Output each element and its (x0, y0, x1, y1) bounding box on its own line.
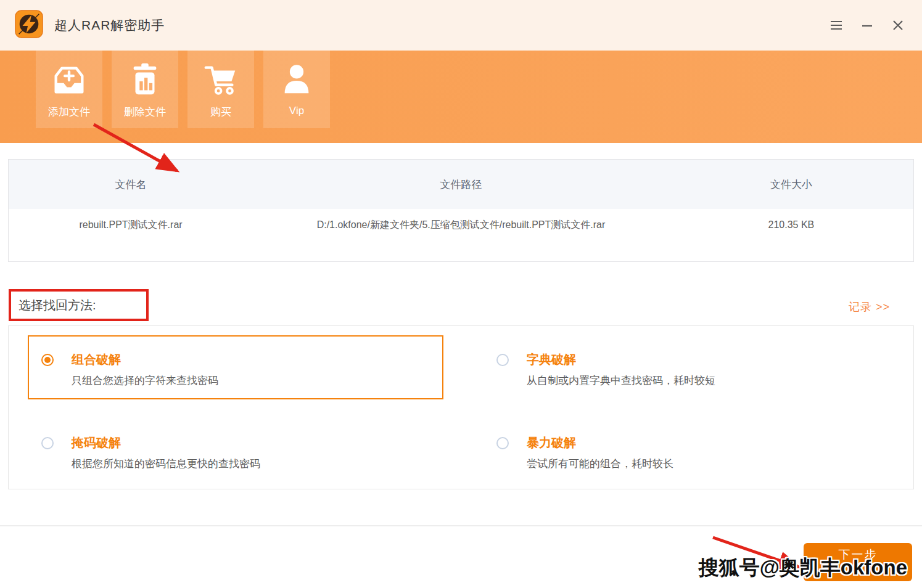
option-description: 根据您所知道的密码信息更快的查找密码 (72, 457, 260, 471)
add-file-label: 添加文件 (48, 105, 90, 119)
radio-unselected-icon[interactable] (496, 354, 509, 366)
toolbar: 添加文件 删除文件 (0, 51, 922, 143)
cell-file-path: D:/1.okfone/新建文件夹/5.压缩包测试文件/rebuilt.PPT测… (253, 219, 669, 232)
vip-label: Vip (289, 105, 304, 117)
cell-file-name: rebuilt.PPT测试文件.rar (9, 219, 253, 232)
option-description: 尝试所有可能的组合，耗时较长 (527, 457, 673, 471)
app-logo-icon (15, 10, 43, 38)
minimize-icon[interactable] (859, 17, 875, 33)
option-title: 暴力破解 (527, 435, 673, 450)
app-window: 超人RAR解密助手 (0, 0, 922, 588)
menu-icon[interactable] (828, 17, 844, 33)
next-step-button[interactable]: 下一步 (804, 543, 912, 581)
option-title: 掩码破解 (72, 435, 260, 450)
close-icon[interactable] (890, 17, 906, 33)
delete-file-label: 删除文件 (124, 105, 166, 119)
option-combination-crack[interactable]: 组合破解 只组合您选择的字符来查找密码 (41, 352, 218, 388)
option-brute-force-crack[interactable]: 暴力破解 尝试所有可能的组合，耗时较长 (496, 435, 673, 471)
arrow-to-next-button (713, 537, 799, 567)
method-options-panel: 组合破解 只组合您选择的字符来查找密码 字典破解 从自制或内置字典中查找密码，耗… (8, 325, 914, 489)
header-file-name: 文件名 (9, 178, 253, 192)
file-table-header: 文件名 文件路径 文件大小 (9, 160, 913, 209)
records-link[interactable]: 记录 >> (849, 300, 890, 314)
footer-divider (0, 525, 922, 526)
option-description: 从自制或内置字典中查找密码，耗时较短 (527, 374, 715, 388)
add-file-button[interactable]: 添加文件 (36, 51, 102, 128)
cell-file-size: 210.35 KB (669, 219, 913, 231)
radio-selected-icon[interactable] (41, 354, 54, 366)
file-table: 文件名 文件路径 文件大小 rebuilt.PPT测试文件.rar D:/1.o… (8, 159, 914, 262)
delete-file-button[interactable]: 删除文件 (112, 51, 178, 128)
delete-file-icon (126, 60, 164, 99)
add-file-icon (50, 60, 88, 99)
cart-icon (202, 60, 240, 99)
option-description: 只组合您选择的字符来查找密码 (72, 374, 218, 388)
method-section-label: 选择找回方法: (19, 297, 96, 314)
option-mask-crack[interactable]: 掩码破解 根据您所知道的密码信息更快的查找密码 (41, 435, 260, 471)
titlebar: 超人RAR解密助手 (0, 0, 922, 51)
buy-label: 购买 (210, 105, 231, 119)
app-title: 超人RAR解密助手 (54, 0, 165, 51)
option-dictionary-crack[interactable]: 字典破解 从自制或内置字典中查找密码，耗时较短 (496, 352, 715, 388)
option-title: 字典破解 (527, 352, 715, 367)
option-title: 组合破解 (72, 352, 218, 367)
header-file-path: 文件路径 (253, 178, 669, 192)
table-row[interactable]: rebuilt.PPT测试文件.rar D:/1.okfone/新建文件夹/5.… (9, 209, 913, 241)
buy-button[interactable]: 购买 (187, 51, 254, 128)
vip-button[interactable]: Vip (263, 51, 330, 128)
radio-unselected-icon[interactable] (496, 437, 509, 449)
user-icon (278, 60, 316, 99)
window-controls (828, 0, 906, 51)
radio-unselected-icon[interactable] (41, 437, 54, 449)
header-file-size: 文件大小 (669, 178, 913, 192)
